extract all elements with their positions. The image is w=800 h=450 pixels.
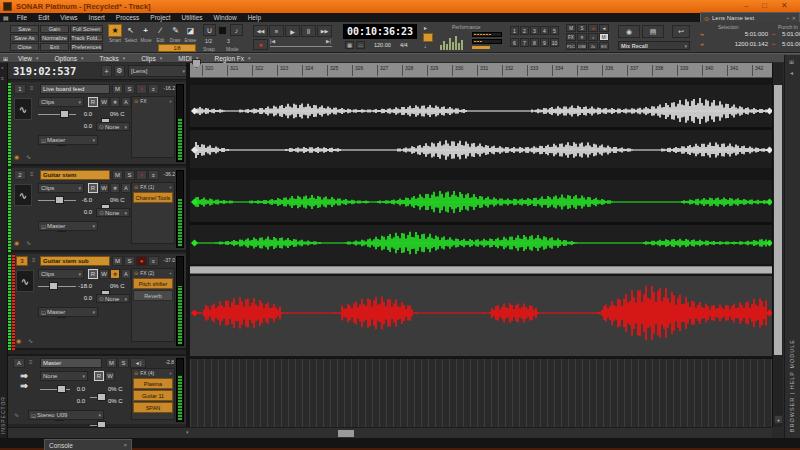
- recall-document-button[interactable]: ▤: [642, 25, 664, 38]
- scrub-bar[interactable]: [270, 43, 332, 47]
- vertical-zoom-button[interactable]: +: [774, 415, 783, 424]
- draw-tool-button[interactable]: ✎: [169, 24, 182, 37]
- track1-drag-handle[interactable]: ≡: [30, 85, 34, 91]
- exclusive-solo-button[interactable]: EX: [599, 42, 609, 50]
- track3-fx-plugin-1[interactable]: Pitch shifter: [133, 278, 173, 289]
- track1-automation-button[interactable]: A: [121, 97, 131, 107]
- global-fx-button[interactable]: FX: [566, 33, 576, 41]
- track3-solo-button[interactable]: S: [124, 256, 135, 266]
- track2-fx-add-icon[interactable]: +: [169, 184, 172, 190]
- track3-record-arm-button[interactable]: ●: [136, 256, 147, 266]
- tv-menu-tracks[interactable]: Tracks: [99, 55, 125, 62]
- punch-in-value[interactable]: 5:01:000: [782, 31, 800, 37]
- global-input-echo-button[interactable]: ◄: [599, 24, 609, 32]
- screenset-1[interactable]: 1: [510, 26, 519, 35]
- scrub-end-icon[interactable]: ▶|: [326, 38, 331, 44]
- track3-fx-add-icon[interactable]: +: [169, 270, 172, 276]
- play-button[interactable]: ▶: [285, 25, 300, 37]
- meter-value[interactable]: 4/4: [400, 42, 408, 48]
- multidock-tab[interactable]: Console ×: [44, 439, 132, 450]
- fast-forward-button[interactable]: ▶▶: [317, 25, 332, 37]
- menu-insert[interactable]: Insert: [89, 14, 105, 21]
- dim-solo-button[interactable]: DIM: [577, 42, 587, 50]
- track1-mute-button[interactable]: M: [112, 84, 123, 94]
- master-write-button[interactable]: W: [105, 371, 115, 381]
- track1-volume-slider[interactable]: [38, 110, 76, 118]
- track2-solo-button[interactable]: S: [124, 170, 135, 180]
- global-arm-button[interactable]: ●: [588, 24, 598, 32]
- tv-menu-options[interactable]: Options: [55, 55, 84, 62]
- track-strip-3[interactable]: 3 ≡ Guitar stem sub M S ● ≡ -37.0 ∿ Clip…: [8, 254, 186, 350]
- master-volume-slider[interactable]: [40, 385, 70, 393]
- clip-node-handle[interactable]: [191, 107, 198, 114]
- master-tag[interactable]: A: [13, 358, 25, 368]
- track1-record-arm-button[interactable]: ●: [136, 84, 147, 94]
- screenset-5[interactable]: 5: [550, 26, 559, 35]
- track3-write-button[interactable]: W: [99, 269, 109, 279]
- master-speaker-icon[interactable]: ◄): [130, 358, 146, 368]
- selection-start[interactable]: 5:01:000: [716, 31, 768, 37]
- track3-freeze-button[interactable]: ❄: [110, 269, 120, 279]
- track3-fx-bin[interactable]: ⊙ FX (2) + Pitch shifter Reverb: [131, 268, 175, 342]
- track3-name-field[interactable]: Guitar stem sub: [40, 256, 110, 266]
- track3-clips-dropdown[interactable]: Clips: [38, 269, 84, 279]
- metronome-icon[interactable]: ♩: [424, 43, 430, 49]
- browser-collapsed-strip[interactable]: ⊞ ◂ BROWSER | HELP MODULE: [784, 55, 800, 438]
- snap-note-icon[interactable]: ♪: [230, 24, 243, 36]
- preferences-button[interactable]: Preferences: [70, 43, 103, 51]
- tv-menu-regionfx[interactable]: Region Fx: [214, 55, 250, 62]
- snap-mode-value[interactable]: 3: [227, 38, 230, 44]
- multidock-tab-close-icon[interactable]: ×: [123, 442, 127, 448]
- scrub-start-icon[interactable]: |◀: [270, 38, 275, 44]
- track-strip-1[interactable]: 1 ≡ Live board feed M S ● ≡ -16.2 ∿ Clip…: [8, 82, 186, 166]
- track2-input-dropdown[interactable]: ⊙None: [96, 208, 130, 217]
- screenset-7[interactable]: 7: [520, 38, 529, 47]
- edit-tool-button[interactable]: ∕: [154, 24, 167, 37]
- close-file-button[interactable]: Close: [10, 43, 39, 51]
- undo-recall-button[interactable]: ↩: [672, 25, 690, 38]
- menu-process[interactable]: Process: [116, 14, 139, 21]
- track-strip-2[interactable]: 2 ≡ Guitar stem M S ● ≡ -36.2 ∿ Clips R …: [8, 168, 186, 252]
- mix-recall-dropdown[interactable]: Mix Recall: [618, 41, 690, 50]
- maximize-button[interactable]: □: [762, 1, 767, 10]
- vertical-scrollbar-thumb[interactable]: [774, 85, 782, 355]
- screenset-8[interactable]: 8: [530, 38, 539, 47]
- track1-input-dropdown[interactable]: ⊙None: [96, 122, 130, 131]
- move-tool-button[interactable]: +: [139, 24, 152, 37]
- gain-button[interactable]: Gain: [40, 25, 69, 33]
- track1-name-field[interactable]: Live board feed: [40, 84, 110, 94]
- stop-button[interactable]: ■: [269, 25, 284, 37]
- snap-magnet-icon[interactable]: ∪: [203, 24, 216, 36]
- inspector-collapsed-strip[interactable]: ‣ ≡ INSPECTOR: [0, 63, 8, 438]
- full-screen-button[interactable]: Full Screen: [70, 25, 103, 33]
- lens-dropdown[interactable]: [Lens]: [128, 65, 188, 77]
- track2-mute-button[interactable]: M: [112, 170, 123, 180]
- menu-file[interactable]: File: [17, 14, 27, 21]
- inspector-expand-icon[interactable]: ‣: [1, 65, 4, 71]
- snap-resolution[interactable]: 1/2: [205, 38, 212, 44]
- screenset-4[interactable]: 4: [540, 26, 549, 35]
- inspector-menu-icon[interactable]: ≡: [1, 75, 4, 81]
- clips-pane[interactable]: [190, 78, 772, 427]
- time-display[interactable]: 00:10:36:23: [343, 24, 417, 39]
- track1-freeze-button[interactable]: ❄: [110, 97, 120, 107]
- rewind-button[interactable]: ◀◀: [253, 25, 268, 37]
- clip-node-handle[interactable]: [191, 198, 198, 205]
- track3-edit-filter-icon[interactable]: ◉: [16, 337, 21, 344]
- track1-write-button[interactable]: W: [99, 97, 109, 107]
- pdc-button[interactable]: PDC: [566, 42, 576, 50]
- track2-automation-button[interactable]: A: [121, 183, 131, 193]
- menu-window[interactable]: Window: [214, 14, 237, 21]
- midi-button[interactable]: MI: [599, 33, 609, 41]
- track3-drag-handle[interactable]: ≡: [32, 257, 36, 263]
- menu-utilities[interactable]: Utilities: [182, 14, 203, 21]
- track1-fx-bin[interactable]: ⊙ FX FX +: [131, 96, 175, 158]
- track1-fx-add-icon[interactable]: +: [169, 98, 172, 104]
- track3-number[interactable]: 3: [16, 256, 28, 266]
- track2-freeze-button[interactable]: ❄: [110, 183, 120, 193]
- menu-views[interactable]: Views: [60, 14, 77, 21]
- horizontal-scrollbar[interactable]: ▾: [8, 427, 772, 438]
- track2-edit-filter-icon[interactable]: ◉: [14, 239, 19, 246]
- snap-grid-box[interactable]: [218, 26, 227, 35]
- track2-fx-bin[interactable]: ⊙ FX (1) + Channel Tools: [131, 182, 175, 244]
